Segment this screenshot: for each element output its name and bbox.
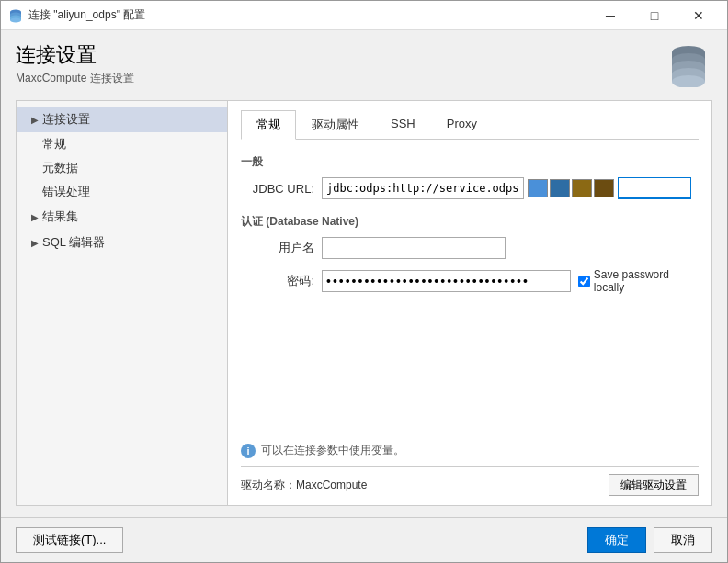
color-block-1[interactable] <box>528 179 548 197</box>
sidebar-item-error-handling[interactable]: 错误处理 <box>17 180 227 204</box>
main-content: ▶ 连接设置 常规 元数据 错误处理 ▶ 结果集 ▶ SQL <box>16 100 712 506</box>
footer-left: 测试链接(T)... <box>16 527 123 553</box>
expand-icon-3: ▶ <box>31 238 39 248</box>
jdbc-extra-input[interactable] <box>618 177 691 199</box>
sidebar-item-label: 连接设置 <box>42 111 90 128</box>
color-block-2[interactable] <box>550 179 570 197</box>
save-password-label[interactable]: Save password locally <box>578 268 699 294</box>
general-section-label: 一般 <box>241 154 699 170</box>
window-body: 连接设置 MaxcCompute 连接设置 <box>1 30 727 517</box>
minimize-button[interactable]: ─ <box>589 1 631 30</box>
info-icon: i <box>241 444 256 458</box>
tabs-container: 常规 驱动属性 SSH Proxy <box>241 110 699 140</box>
test-connection-button[interactable]: 测试链接(T)... <box>16 527 123 553</box>
sidebar-item-result-set[interactable]: ▶ 结果集 <box>17 204 227 230</box>
tab-ssh[interactable]: SSH <box>375 110 431 139</box>
auth-section: 认证 (Database Native) 用户名 密码: Save passwo… <box>241 214 699 303</box>
info-section: i 可以在连接参数中使用变量。 驱动名称：MaxcCompute 编辑驱动设置 <box>241 434 699 496</box>
window-title-section: 连接设置 MaxcCompute 连接设置 <box>16 41 134 86</box>
sidebar: ▶ 连接设置 常规 元数据 错误处理 ▶ 结果集 ▶ SQL <box>17 101 228 505</box>
color-block-3[interactable] <box>572 179 592 197</box>
password-input[interactable] <box>322 270 571 292</box>
window-controls: ─ □ ✕ <box>589 1 720 30</box>
color-block-4[interactable] <box>594 179 614 197</box>
window-header: 连接设置 MaxcCompute 连接设置 <box>16 41 712 89</box>
auth-title: 认证 (Database Native) <box>241 214 699 230</box>
database-icon <box>665 41 712 89</box>
window-title: 连接设置 <box>16 41 134 69</box>
username-label: 用户名 <box>241 240 314 256</box>
title-bar: 连接 "aliyun_odps" 配置 ─ □ ✕ <box>1 1 727 30</box>
cancel-button[interactable]: 取消 <box>654 527 712 553</box>
window-subtitle: MaxcCompute 连接设置 <box>16 71 134 86</box>
tab-driver-props[interactable]: 驱动属性 <box>296 110 375 139</box>
footer-right: 确定 取消 <box>587 527 712 553</box>
title-bar-text: 连接 "aliyun_odps" 配置 <box>28 7 589 23</box>
jdbc-url-label: JDBC URL: <box>241 182 314 196</box>
username-row: 用户名 <box>241 237 699 259</box>
password-label: 密码: <box>241 273 314 289</box>
close-button[interactable]: ✕ <box>677 1 720 30</box>
svg-point-6 <box>10 17 21 22</box>
tab-proxy[interactable]: Proxy <box>431 110 493 139</box>
window-icon <box>8 8 23 23</box>
main-window: 连接 "aliyun_odps" 配置 ─ □ ✕ 连接设置 MaxcCompu… <box>0 0 728 563</box>
username-input[interactable] <box>322 237 506 259</box>
ok-button[interactable]: 确定 <box>587 527 646 553</box>
save-password-checkbox[interactable] <box>578 276 590 287</box>
sidebar-item-sql-editor[interactable]: ▶ SQL 编辑器 <box>17 230 227 255</box>
content-panel: 常规 驱动属性 SSH Proxy 一般 JDBC URL: <box>228 101 711 505</box>
jdbc-url-input[interactable] <box>322 177 524 199</box>
sidebar-item-connect-settings[interactable]: ▶ 连接设置 <box>17 107 227 132</box>
password-row: 密码: Save password locally <box>241 268 699 294</box>
expand-icon: ▶ <box>31 115 39 125</box>
driver-row: 驱动名称：MaxcCompute 编辑驱动设置 <box>241 466 699 496</box>
jdbc-url-row: JDBC URL: <box>241 177 699 199</box>
driver-label: 驱动名称：MaxcCompute <box>241 478 367 493</box>
edit-driver-button[interactable]: 编辑驱动设置 <box>609 474 699 496</box>
sidebar-item-general[interactable]: 常规 <box>17 132 227 156</box>
footer: 测试链接(T)... 确定 取消 <box>1 517 727 562</box>
info-row: i 可以在连接参数中使用变量。 <box>241 443 699 458</box>
info-text: 可以在连接参数中使用变量。 <box>261 443 404 458</box>
tab-general[interactable]: 常规 <box>241 110 296 140</box>
jdbc-color-blocks <box>528 179 614 197</box>
jdbc-url-input-group <box>322 177 699 199</box>
sidebar-item-metadata[interactable]: 元数据 <box>17 156 227 180</box>
maximize-button[interactable]: □ <box>633 1 676 30</box>
expand-icon-2: ▶ <box>31 212 39 222</box>
